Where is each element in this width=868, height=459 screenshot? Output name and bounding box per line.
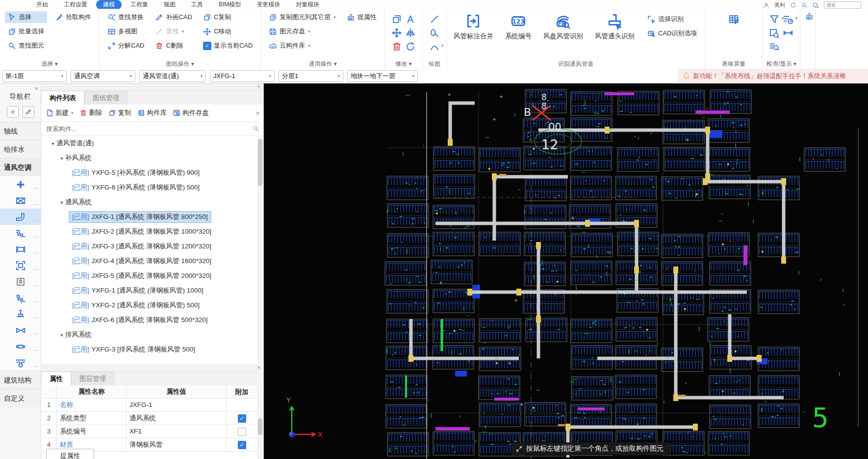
edit-button[interactable] [23,106,34,118]
tree-item[interactable]: [已用]JXFG-4 [通风系统 薄钢板风管 1600*320] [41,254,263,269]
tab-3[interactable]: 工程量 [124,0,155,9]
tool-equipment-more[interactable]: ⋯ [33,282,39,289]
ribbon-group-modify-label[interactable]: 修改 ▾ [385,59,422,69]
tree-item[interactable]: [已用]JXFG-5 [通风系统 薄钢板风管 2000*320] [41,269,263,283]
tool-duct-frame[interactable]: ⋯ [0,257,41,273]
cloud-library-button[interactable]: 云构件库▾ [266,40,339,52]
notice-banner[interactable]: 新功能！「系统布线」超强适配手拉手！系统关系清晰 [678,69,868,83]
explode-cad-button[interactable]: 分解CAD [104,40,147,52]
ribbon-group-table-quantity-label[interactable]: 表格算量 [705,59,762,69]
filter-button[interactable]: ▾ [769,14,780,25]
tree-collapse-icon[interactable]: ▾ [58,332,65,338]
show-current-cad-checkbox[interactable]: ✓ [203,42,211,50]
tree-collapse-icon[interactable]: ▾ [58,200,65,205]
tool-tee-pipe-more[interactable]: ⋯ [33,363,39,370]
tool-duct-fitting[interactable]: ⋯ [0,225,41,241]
tree-item[interactable]: [已用]JXFG-2 [通风系统 薄钢板风管 1000*320] [41,224,263,239]
tool-support-more[interactable]: ⋯ [33,315,39,321]
multi-view-button[interactable]: 多视图 [104,26,147,37]
ribbon-group-check-display-label[interactable]: 检查/显示 ▾ [763,59,800,69]
tool-duct-more[interactable]: ⋯ [33,217,39,224]
add-axis-button[interactable] [7,106,19,118]
cad-recognize-options-button[interactable]: CADCAD识别选项 [644,27,700,39]
tool-equipment[interactable]: ⋯ [0,273,41,290]
modify-mirror-button[interactable] [405,27,416,38]
tree-group[interactable]: ▾通风系统 [41,195,263,210]
ribbon-group-draw-label[interactable]: 绘图 [423,59,446,69]
tab-8[interactable]: 对量模块 [289,0,326,9]
tree-item[interactable]: [已用]YXFG-6 [补风系统 (薄钢板风管) 500] [41,180,263,195]
attach-checkbox[interactable]: ✓ [238,414,246,423]
undo-icon[interactable] [790,2,796,8]
property-value[interactable]: 通风系统 [127,412,227,425]
draw-line-button[interactable] [429,14,440,25]
check-element-button[interactable] [769,27,780,38]
component-panel-close-icon[interactable]: × [257,83,260,90]
tab-4[interactable]: 视图 [157,0,182,9]
sidebar-bottom-section-1[interactable]: 自定义 [0,389,41,407]
tool-inline-fitting[interactable]: ⋯ [0,338,41,354]
tree-collapse-icon[interactable]: ▾ [58,156,65,161]
attach-checkbox[interactable] [238,428,246,436]
sidebar-section-1[interactable]: 给排水 [0,140,41,158]
tool-duct[interactable]: ⋯ [0,209,41,225]
c-move-button[interactable]: C移动 [200,26,255,37]
extract-property-button[interactable]: 提属性 [344,11,380,23]
select-tool-button[interactable]: 选择 [5,11,47,23]
tree-item[interactable]: [已用]JXFG-1 [通风系统 薄钢板风管 800*250] [41,210,263,224]
tab-5[interactable]: 工具 [184,0,210,9]
display-record-button[interactable]: ▾ [783,14,793,25]
properties-scrollbar[interactable] [257,371,263,459]
context-dropdown-1[interactable]: 通风空调▾ [71,70,135,82]
delete-component-button[interactable]: 删除 [77,107,105,119]
tool-duct-part-more[interactable]: ⋯ [33,250,39,256]
tree-item[interactable]: [已用]YXFG-1 [通风系统 (薄钢板风管) 1000] [41,283,263,298]
duct-label-merge-button[interactable]: 风管标注合并 [452,11,495,59]
patch-cad-button[interactable]: 补画CAD [152,11,195,23]
sidebar-bottom-section-0[interactable]: 建筑结构 [0,371,41,389]
tool-duct-frame-more[interactable]: ⋯ [33,266,39,272]
tab-drawing-management[interactable]: 图纸管理 [84,91,128,105]
system-number-button[interactable]: 123系统编号 [503,11,534,59]
modify-copy-button[interactable] [391,14,402,25]
component-library-button[interactable]: 构件库 [135,107,170,119]
attach-checkbox[interactable]: ✓ [238,441,246,449]
component-search-input[interactable] [45,125,253,133]
copy-to-other-layer-button[interactable]: 复制图元到其它层▾ [266,11,339,23]
context-dropdown-2[interactable]: 通风管道(通)▾ [139,70,206,82]
property-value[interactable]: 薄钢板风管 [127,438,227,451]
help-icon[interactable] [801,2,808,8]
tool-air-outlet-more[interactable]: ⋯ [33,201,39,208]
tab-6[interactable]: BIM模型 [212,0,248,9]
tab-2[interactable]: 建模 [96,0,122,9]
tab-0[interactable]: 开始 [29,0,55,9]
tab-properties[interactable]: 属性 [41,372,71,385]
tool-pipe-zigzag-more[interactable]: ⋯ [33,298,39,305]
sidebar-section-0[interactable]: 轴线 [0,122,41,140]
pick-component-button[interactable]: 拾取构件 [52,11,94,23]
tree-item[interactable]: [已用]YXFG-3 [排风系统 薄钢板风管 500] [41,342,263,357]
tool-pipe-zigzag[interactable]: ⋯ [0,290,41,306]
toolbar-overflow-button[interactable]: » [256,109,261,116]
duct-head-recognize-button[interactable]: 风管通头识别 [593,11,637,59]
batch-select-button[interactable]: 批量选择 [5,26,47,37]
find-replace-button[interactable]: 查找替换 [104,11,147,23]
minimize-icon[interactable] [813,2,819,8]
ribbon-group-recognize-duct-label[interactable]: 识别通风管道 [447,59,705,69]
property-value[interactable]: JXFG-1 [127,399,227,411]
ribbon-group-select-label[interactable]: 选择 ▾ [0,59,99,69]
draw-arc-button[interactable]: ▾ [429,41,440,52]
modify-delete-button[interactable] [391,41,402,52]
tree-group[interactable]: ▾补风系统 [41,151,263,165]
tree-item[interactable]: [已用]YXFG-5 [补风系统 (薄钢板风管) 900] [41,165,263,180]
tool-fan-more[interactable]: ⋯ [33,185,39,191]
find-element-button[interactable]: 查找图元 [5,40,47,52]
property-value[interactable]: XF1 [127,425,227,438]
modify-rotate-button[interactable] [405,41,416,52]
context-dropdown-5[interactable]: 地块一地下一层▾ [347,70,418,82]
show-current-cad-button[interactable]: ✓显示当前CAD [200,40,255,52]
context-dropdown-4[interactable]: 分层1▾ [279,70,343,82]
ribbon-group-drawing-ops-label[interactable]: 图纸操作 ▾ [100,59,260,69]
tab-7[interactable]: 变更模块 [250,0,287,9]
table-quantity-edit-button[interactable] [728,14,739,25]
